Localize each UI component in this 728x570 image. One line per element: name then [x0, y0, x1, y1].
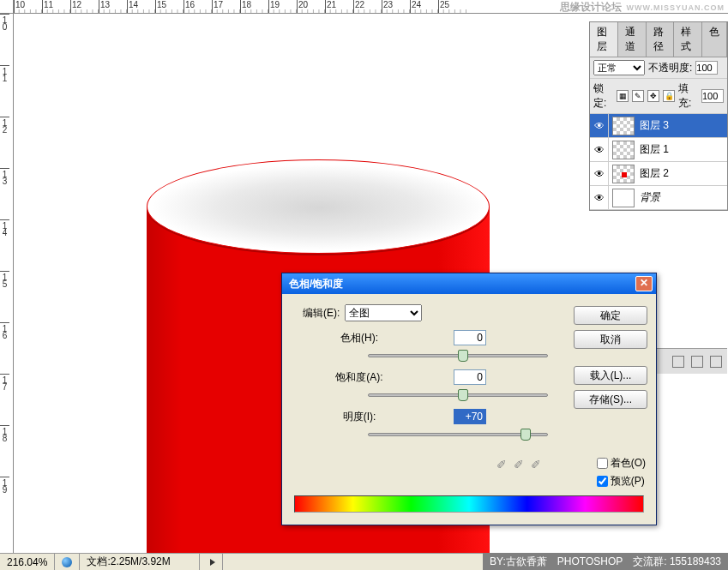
- watermark-cn: 思缘设计论坛: [560, 0, 622, 15]
- lock-move-icon[interactable]: ✥: [647, 90, 659, 102]
- ruler-tick: 15: [155, 0, 184, 13]
- dialog-buttons: 确定 取消 载入(L)... 存储(S)...: [574, 306, 647, 409]
- dialog-checkboxes: 着色(O) 预览(P): [597, 456, 646, 489]
- ruler-tick: 11: [42, 0, 70, 13]
- tab-2[interactable]: 路径: [647, 22, 675, 57]
- layer-thumb: [612, 117, 635, 135]
- ruler-tick: 24: [410, 0, 438, 13]
- globe-icon[interactable]: [55, 554, 80, 570]
- ruler-tick: 20: [297, 0, 325, 13]
- fill-label: 填充:: [678, 81, 698, 111]
- ruler-tick: 18: [240, 0, 268, 13]
- layer-name: 图层 2: [638, 166, 727, 181]
- credit-by: BY:古欲香萧: [490, 555, 547, 569]
- hue-saturation-dialog[interactable]: 色相/饱和度 ✕ 编辑(E): 全图 色相(H): 饱和度(A): 明度(I):: [281, 273, 657, 525]
- dialog-titlebar[interactable]: 色相/饱和度 ✕: [282, 273, 656, 294]
- colorize-check[interactable]: 着色(O): [597, 456, 646, 471]
- ruler-tick: 16: [0, 322, 9, 374]
- light-slider[interactable]: [368, 433, 548, 436]
- hue-label: 色相(H):: [316, 331, 402, 345]
- blend-row: 正常 不透明度:: [590, 57, 727, 79]
- layer-thumb: [612, 141, 635, 159]
- zoom-level[interactable]: 216.04%: [0, 554, 55, 570]
- eyedroppers: ✐ ✐ ✐: [496, 458, 541, 471]
- layer-thumb: [612, 165, 635, 183]
- sat-thumb[interactable]: [458, 389, 468, 401]
- dialog-title: 色相/饱和度: [289, 277, 343, 291]
- ruler-tick: 16: [184, 0, 212, 13]
- visibility-icon[interactable]: 👁: [590, 114, 609, 137]
- lock-brush-icon[interactable]: ✎: [632, 90, 644, 102]
- ruler-tick: 21: [325, 0, 353, 13]
- cancel-button[interactable]: 取消: [574, 330, 647, 349]
- lock-row: 锁定: ▦ ✎ ✥ 🔒 填充:: [590, 79, 727, 114]
- watermark: 思缘设计论坛 WWW.MISSYUAN.COM: [557, 0, 729, 15]
- light-thumb[interactable]: [520, 429, 531, 441]
- sat-input[interactable]: [454, 369, 486, 385]
- light-input[interactable]: [454, 409, 486, 424]
- lock-all-icon[interactable]: 🔒: [663, 90, 675, 102]
- tab-1[interactable]: 通道: [618, 22, 647, 57]
- tab-3[interactable]: 样式: [674, 22, 702, 57]
- save-button[interactable]: 存储(S)...: [574, 390, 647, 409]
- hue-slider[interactable]: [368, 354, 548, 357]
- close-icon[interactable]: ✕: [635, 276, 653, 291]
- ruler-tick: 13: [99, 0, 127, 13]
- layer-row[interactable]: 👁图层 3: [590, 114, 727, 138]
- eyedropper-icon[interactable]: ✐: [496, 458, 507, 471]
- ruler-tick: 17: [212, 0, 240, 13]
- lock-icons: ▦ ✎ ✥ 🔒: [617, 90, 675, 102]
- visibility-icon[interactable]: 👁: [590, 186, 609, 209]
- footer-icon-2[interactable]: [691, 356, 703, 368]
- lock-transparent-icon[interactable]: ▦: [617, 90, 629, 102]
- ruler-tick: 10: [0, 14, 9, 65]
- ruler-tick: 17: [0, 374, 9, 425]
- footer-icon-3[interactable]: [710, 356, 722, 368]
- ruler-vertical[interactable]: 10111213141516171819: [0, 14, 14, 553]
- layer-row[interactable]: 👁图层 2: [590, 162, 727, 186]
- tab-0[interactable]: 图层: [590, 22, 618, 57]
- ruler-corner: [0, 0, 14, 14]
- preview-check[interactable]: 预览(P): [597, 474, 646, 489]
- ok-button[interactable]: 确定: [574, 306, 647, 325]
- panel-tabs: 图层通道路径样式色: [590, 22, 727, 57]
- eyedropper-minus-icon[interactable]: ✐: [531, 458, 541, 471]
- credit-bar: BY:古欲香萧 PHOTOSHOP 交流群: 155189433: [483, 553, 728, 570]
- fill-input[interactable]: [701, 89, 724, 103]
- opacity-label: 不透明度:: [648, 61, 692, 75]
- ruler-tick: 19: [0, 477, 9, 528]
- ruler-tick: 12: [0, 117, 9, 168]
- sat-slider[interactable]: [368, 393, 548, 397]
- play-icon[interactable]: [200, 554, 223, 570]
- lock-label: 锁定:: [593, 81, 613, 111]
- load-button[interactable]: 载入(L)...: [574, 366, 647, 385]
- light-label: 明度(I):: [316, 410, 402, 424]
- opacity-input[interactable]: [695, 61, 718, 75]
- ruler-tick: 18: [0, 425, 9, 477]
- edit-select[interactable]: 全图: [345, 304, 422, 321]
- dialog-body: 编辑(E): 全图 色相(H): 饱和度(A): 明度(I): ✐ ✐ ✐: [282, 294, 656, 525]
- layers-panel[interactable]: 图层通道路径样式色 正常 不透明度: 锁定: ▦ ✎ ✥ 🔒 填充: 👁图层 3…: [589, 21, 728, 211]
- ruler-tick: 13: [0, 168, 9, 219]
- eyedropper-plus-icon[interactable]: ✐: [514, 458, 524, 471]
- ruler-tick: 19: [268, 0, 297, 13]
- cup-rim: [147, 159, 490, 254]
- tab-4[interactable]: 色: [702, 22, 727, 57]
- hue-thumb[interactable]: [458, 350, 468, 362]
- ruler-tick: 23: [382, 0, 410, 13]
- layer-list: 👁图层 3👁图层 1👁图层 2👁背景: [590, 114, 727, 210]
- visibility-icon[interactable]: 👁: [590, 162, 609, 185]
- ruler-tick: 22: [353, 0, 382, 13]
- hue-input[interactable]: [454, 330, 486, 345]
- ruler-tick: 25: [438, 0, 466, 13]
- ruler-tick: 14: [127, 0, 155, 13]
- ruler-tick: 15: [0, 271, 9, 322]
- footer-icon-1[interactable]: [672, 356, 684, 368]
- layer-row[interactable]: 👁图层 1: [590, 138, 727, 162]
- layer-row[interactable]: 👁背景: [590, 186, 727, 210]
- edit-label: 编辑(E):: [303, 306, 340, 321]
- watermark-en: WWW.MISSYUAN.COM: [627, 3, 725, 12]
- doc-size: 文档:2.25M/3.92M: [80, 554, 200, 570]
- visibility-icon[interactable]: 👁: [590, 138, 609, 161]
- blend-mode-select[interactable]: 正常: [593, 60, 645, 75]
